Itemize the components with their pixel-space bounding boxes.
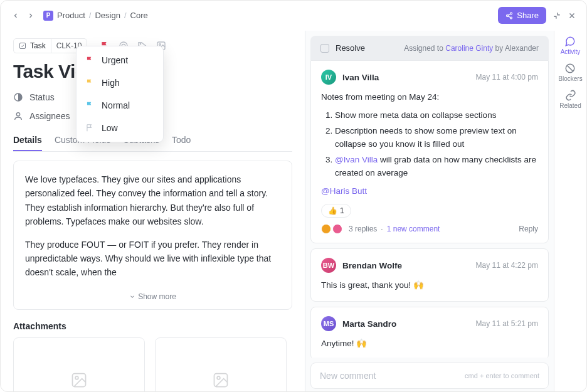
collapse-icon[interactable] [553, 11, 561, 20]
dot: · [381, 225, 383, 233]
tab-todo[interactable]: Todo [172, 130, 191, 151]
svg-line-4 [509, 14, 510, 15]
share-button[interactable]: Share [498, 7, 546, 24]
svg-point-10 [140, 43, 141, 44]
new-comment-input[interactable]: New comment cmd + enter to comment [310, 363, 549, 389]
comment-intro: Notes from meeting on May 24: [321, 91, 538, 104]
assignee-link[interactable]: Caroline Ginty [445, 44, 493, 53]
svg-point-14 [16, 113, 19, 116]
comment-author[interactable]: Brendan Wolfe [342, 261, 402, 270]
mini-avatar [321, 224, 331, 234]
svg-point-0 [510, 13, 512, 14]
comment-author[interactable]: Marta Sandro [342, 319, 396, 329]
priority-label: Low [102, 123, 118, 133]
assignees-label: Assignees [29, 111, 70, 121]
mention[interactable]: @Ivan Villa [335, 155, 378, 164]
new-comment-hint: cmd + enter to comment [465, 372, 539, 379]
priority-menu: Urgent High Normal Low [76, 46, 164, 142]
header-left: P Product / Design / Core [11, 11, 148, 21]
avatar[interactable]: MS [321, 316, 336, 331]
header-right: Share [498, 7, 576, 24]
reaction-row: 👍 1 [321, 204, 538, 218]
priority-high[interactable]: High [77, 72, 163, 94]
mini-avatar [332, 224, 342, 234]
avatar[interactable]: BW [321, 258, 336, 273]
breadcrumb-sep: / [89, 11, 92, 20]
comment: IV Ivan Villa May 11 at 4:00 pm Notes fr… [310, 60, 549, 243]
replies-left: 3 replies · 1 new comment [321, 224, 440, 234]
tab-details[interactable]: Details [13, 130, 42, 151]
replies-row: 3 replies · 1 new comment Reply [321, 224, 538, 234]
rail-label: Related [559, 102, 581, 109]
comment-body: This is great, thank you! 🙌 [321, 279, 538, 292]
priority-low[interactable]: Low [77, 117, 163, 139]
reply-link[interactable]: Reply [519, 225, 538, 233]
comments-list: IV Ivan Villa May 11 at 4:00 pm Notes fr… [305, 60, 554, 358]
priority-normal[interactable]: Normal [77, 94, 163, 117]
back-arrow-icon[interactable] [11, 11, 21, 21]
rail-blockers[interactable]: Blockers [558, 63, 582, 82]
comment-time: May 11 at 4:22 pm [476, 261, 538, 270]
breadcrumb-sep: / [124, 11, 127, 20]
task-type-label: Task [30, 41, 46, 50]
svg-point-16 [75, 376, 78, 379]
comment-author[interactable]: Ivan Villa [342, 73, 379, 82]
description-p2: They produce FOUT — or FOIT if you prefe… [25, 238, 280, 280]
comment-body: Notes from meeting on May 24: Show more … [321, 91, 538, 198]
comment-time: May 11 at 4:00 pm [476, 73, 538, 82]
comment: MS Marta Sandro May 11 at 5:21 pm Anytim… [310, 307, 549, 358]
mention[interactable]: @Haris Butt [321, 186, 367, 196]
reaction-button[interactable]: 👍 1 [321, 204, 351, 218]
resolve-checkbox[interactable] [320, 44, 329, 53]
new-comment-indicator[interactable]: 1 new comment [387, 225, 440, 233]
description-box[interactable]: We love typefaces. They give our sites a… [13, 161, 292, 310]
resolve-left: Resolve [320, 43, 365, 53]
breadcrumb-item[interactable]: Core [130, 11, 148, 20]
rail-activity[interactable]: Activity [561, 36, 581, 55]
resolve-label: Resolve [336, 43, 365, 53]
attachment-placeholder[interactable] [13, 337, 145, 392]
comment-body: Anytime! 🙌 [321, 337, 538, 351]
status-icon [13, 92, 23, 102]
rail-related[interactable]: Related [559, 90, 581, 109]
resolve-bar: Resolve Assigned to Caroline Ginty by Al… [310, 36, 549, 60]
avatar[interactable]: IV [321, 70, 336, 85]
assignees-icon [13, 111, 23, 121]
attachments-grid [13, 337, 292, 392]
show-more-button[interactable]: Show more [25, 289, 280, 305]
description-p1: We love typefaces. They give our sites a… [25, 172, 280, 229]
svg-point-1 [507, 14, 509, 16]
reaction-emoji: 👍 [328, 206, 337, 215]
breadcrumb: P Product / Design / Core [43, 11, 148, 21]
svg-line-20 [568, 66, 573, 72]
share-label: Share [517, 11, 539, 20]
show-more-label: Show more [138, 291, 176, 303]
breadcrumb-item[interactable]: Product [57, 11, 85, 20]
comment-list-item: @Ivan Villa will grab data on how many c… [335, 154, 538, 180]
rail-label: Blockers [558, 75, 582, 82]
replies-count[interactable]: 3 replies [349, 225, 377, 233]
svg-point-18 [217, 376, 220, 379]
priority-label: Normal [102, 100, 130, 110]
side-rail: Activity Blockers Related [554, 31, 586, 392]
header: P Product / Design / Core Share [1, 1, 586, 31]
priority-urgent[interactable]: Urgent [77, 49, 163, 72]
svg-point-2 [510, 17, 512, 19]
svg-point-12 [159, 44, 161, 46]
task-type-badge[interactable]: Task [14, 39, 51, 53]
reaction-count: 1 [340, 206, 344, 215]
priority-label: Urgent [102, 55, 128, 65]
forward-arrow-icon[interactable] [26, 11, 36, 21]
status-label: Status [29, 92, 55, 102]
rail-label: Activity [561, 48, 581, 55]
priority-label: High [102, 78, 120, 88]
space-icon[interactable]: P [43, 11, 53, 21]
breadcrumb-item[interactable]: Design [95, 11, 120, 20]
comment-list-item: Description needs to show some preview t… [335, 125, 538, 151]
svg-rect-7 [20, 43, 26, 49]
close-icon[interactable] [568, 11, 576, 20]
attachment-placeholder[interactable] [155, 337, 287, 392]
nav-arrows [11, 11, 36, 21]
activity-panel: Resolve Assigned to Caroline Ginty by Al… [305, 31, 554, 392]
comment: BW Brendan Wolfe May 11 at 4:22 pm This … [310, 248, 549, 302]
